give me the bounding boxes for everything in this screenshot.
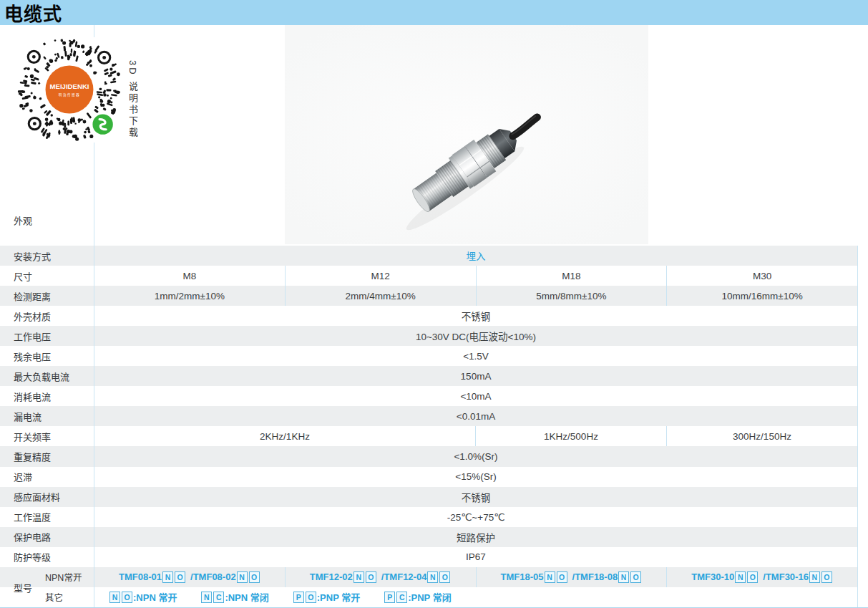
row-label: 消耗电流 (0, 386, 94, 406)
suffix-box: C (213, 592, 224, 603)
row-value: 不锈钢 (462, 490, 491, 504)
row-label: 外壳材质 (0, 306, 94, 326)
row-label: 安装方式 (0, 246, 94, 266)
spec-row-residual: 残余电压 <1.5V (0, 346, 858, 366)
spec-row-repeatability: 重复精度 <1.0%(Sr) (0, 446, 858, 466)
row-value: 短路保护 (457, 530, 495, 544)
suffix-box: P (293, 592, 304, 603)
row-label: 漏电流 (0, 406, 94, 426)
spec-row-temperature: 工作温度 -25℃~+75℃ (0, 507, 858, 527)
qr-brand-sublabel: 明治传感器 (59, 92, 80, 97)
row-label: 最大负载电流 (0, 366, 94, 386)
spec-row-distance: 检测距离 1mm/2mm±10% 2mm/4mm±10% 5mm/8mm±10%… (0, 286, 858, 306)
model-npn-no-row: NPN常开 TMF08-01NO/TMF08-02NO TMF12-02NO/T… (0, 567, 858, 587)
model-cell-m8[interactable]: TMF08-01NO/TMF08-02NO (94, 567, 286, 587)
spec-row-protection-circuit: 保护电路 短路保护 (0, 527, 858, 547)
spec-row-ip-rating: 防护等级 IP67 (0, 547, 858, 567)
row-value: <1.0%(Sr) (454, 451, 497, 462)
row-value: 150mA (461, 371, 492, 382)
spec-row-max-load: 最大负载电流 150mA (0, 366, 858, 386)
frequency-cell-m30: 300Hz/150Hz (667, 426, 858, 446)
row-value: <1.5V (463, 351, 489, 362)
qr-brand-label: MEIJIDENKI (49, 82, 89, 90)
row-value-area: 埋入 (94, 246, 858, 266)
distance-cell: 1mm/2mm±10% (94, 286, 286, 306)
legend-item-no: NO:NPN 常开 (109, 590, 177, 604)
suffix-box: N (237, 571, 248, 583)
row-value: <10mA (460, 391, 491, 402)
suffix-box: O (747, 571, 758, 583)
spec-row-leakage: 漏电流 <0.01mA (0, 406, 858, 426)
row-value: 不锈钢 (462, 309, 491, 323)
row-label: 尺寸 (0, 266, 94, 286)
row-label: 迟滞 (0, 467, 94, 487)
suffix-box: N (545, 571, 555, 583)
spec-row-consumption: 消耗电流 <10mA (0, 386, 858, 406)
model-cell-m18[interactable]: TMF18-05NO/TMF18-08NO (477, 567, 668, 587)
size-cell-m30: M30 (667, 266, 858, 286)
row-label: 工作电压 (0, 326, 94, 346)
row-label: 保护电路 (0, 527, 94, 547)
suffix-box: N (201, 592, 212, 603)
suffix-box: N (618, 571, 629, 583)
row-label: 工作温度 (0, 507, 94, 527)
spec-row-model: 型号 NPN常开 TMF08-01NO/TMF08-02NO TMF12-02N… (0, 567, 858, 607)
model-legend-row: 其它 NO:NPN 常开 NC:NPN 常闭 PO:PNP 常开 PC:PNP … (0, 587, 858, 607)
suffix-box: O (122, 592, 132, 603)
row-value: 10~30V DC(电压波动<10%) (416, 329, 536, 343)
row-value: <0.01mA (457, 411, 495, 422)
suffix-box: O (821, 571, 832, 583)
row-value: <15%(Sr) (455, 471, 496, 482)
distance-cell: 2mm/4mm±10% (286, 286, 477, 306)
row-label: 防护等级 (0, 547, 94, 567)
qr-code-block: MEIJIDENKI 明治传感器 (17, 37, 122, 145)
suffix-box: O (557, 571, 567, 583)
photo-backdrop (285, 25, 648, 244)
legend-item-nc: NC:NPN 常闭 (200, 590, 268, 604)
mounting-value: 埋入 (467, 248, 486, 263)
row-label: 感应面材料 (0, 487, 94, 507)
size-cell-m12: M12 (286, 266, 477, 286)
spec-row-mounting: 安装方式 埋入 (0, 246, 858, 266)
spec-row-hysteresis: 迟滞 <15%(Sr) (0, 467, 858, 487)
spec-row-face-material: 感应面材料 不锈钢 (0, 487, 858, 507)
wechat-logo-icon (92, 113, 113, 135)
model-row-label: 型号 (14, 580, 32, 594)
distance-cell: 10mm/16mm±10% (667, 286, 858, 306)
model-cell-m30[interactable]: TMF30-10NO/TMF30-16NO (667, 567, 858, 587)
suffix-box: O (306, 592, 316, 603)
suffix-box: O (366, 571, 376, 583)
suffix-box: C (396, 592, 407, 603)
sensor-product-image (94, 25, 858, 246)
row-label: 检测距离 (0, 286, 94, 306)
spec-row-frequency: 开关频率 2KHz/1KHz 1KHz/500Hz 300Hz/150Hz (0, 426, 858, 446)
product-photo-area (94, 25, 858, 246)
suffix-box: O (439, 571, 450, 583)
suffix-box: O (249, 571, 260, 583)
size-cell-m18: M18 (477, 266, 668, 286)
model-cell-m12[interactable]: TMF12-02NO/TMF12-04NO (286, 567, 477, 587)
row-label: 残余电压 (0, 346, 94, 366)
size-cell-m8: M8 (94, 266, 286, 286)
header-bar: 电缆式 (0, 0, 868, 25)
suffix-box: N (427, 571, 438, 583)
suffix-box: N (109, 592, 120, 603)
frequency-cell-m18: 1KHz/500Hz (476, 426, 667, 446)
page-title: 电缆式 (0, 0, 62, 26)
qr-code: MEIJIDENKI 明治传感器 (17, 37, 122, 143)
suffix-box: O (175, 571, 185, 583)
spec-row-housing: 外壳材质 不锈钢 (0, 306, 858, 326)
suffix-box: N (162, 571, 173, 583)
suffix-box: N (809, 571, 820, 583)
suffix-box: N (353, 571, 364, 583)
row-label: 开关频率 (0, 426, 94, 446)
distance-cell: 5mm/8mm±10% (477, 286, 668, 306)
legend-item-po: PO:PNP 常开 (293, 590, 360, 604)
spec-row-size: 尺寸 M8 M12 M18 M30 (0, 266, 858, 286)
suffix-box: P (384, 592, 395, 603)
spec-row-voltage: 工作电压 10~30V DC(电压波动<10%) (0, 326, 858, 346)
qr-caption-vertical: 3D 说明书下载 (126, 60, 140, 146)
row-label: 重复精度 (0, 446, 94, 466)
legend-item-pc: PC:PNP 常闭 (384, 590, 451, 604)
row-value: IP67 (466, 551, 486, 562)
